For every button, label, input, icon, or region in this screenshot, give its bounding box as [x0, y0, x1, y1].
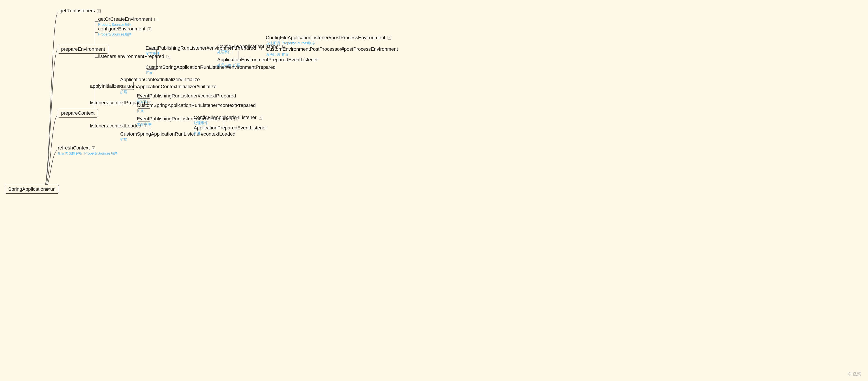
app-context-initializer-node: ApplicationContextInitializer#initialize: [120, 77, 200, 83]
doc-icon: ≡: [97, 9, 101, 13]
custom-spring-ctx-prepared-label: CustomSpringApplicationRunListener#conte…: [137, 102, 256, 108]
custom-env-post-processor-tags: 方法回调 扩展: [266, 53, 289, 57]
config-file-ctx-loaded-tags: 处理事件: [194, 121, 208, 125]
tag-extend-3: 扩展: [282, 53, 289, 57]
tag-propertysources-4: PropertySources顺序: [84, 151, 118, 156]
get-run-listeners-node: getRunListeners ≡: [60, 8, 101, 14]
tag-extend-7: 扩展: [194, 131, 201, 136]
tag-config-parse: 配置类属性解析: [58, 151, 83, 156]
app-env-prepared-listener-label: ApplicationEnvironmentPreparedEventListe…: [217, 57, 318, 63]
config-file-post-process-node: ConfigFileApplicationListener#postProces…: [266, 35, 391, 45]
configure-env-label: configureEnvironment ≡: [98, 26, 151, 32]
get-or-create-env-node: getOrCreateEnvironment ≡ PropertySources…: [98, 16, 158, 27]
doc-icon-2: ≡: [154, 18, 158, 21]
app-env-prepared-listener-node: ApplicationEnvironmentPreparedEventListe…: [217, 57, 318, 68]
prepare-environment-node: prepareEnvironment: [58, 45, 108, 54]
config-file-post-process-label: ConfigFileApplicationListener#postProces…: [266, 35, 391, 40]
refresh-context-label: refreshContext ≡: [58, 145, 95, 151]
tag-extend-5: 扩展: [137, 109, 144, 113]
root-node: SpringApplication#run: [5, 185, 59, 194]
tag-extend: 扩展: [146, 70, 153, 75]
prepare-context-box: prepareContext: [58, 109, 98, 118]
tag-extend-6: 扩展: [120, 137, 127, 142]
configure-env-node: configureEnvironment ≡ PropertySources顺序: [98, 26, 151, 37]
app-prepared-listener-label: ApplicationPreparedEventListener: [194, 125, 267, 131]
event-publishing-env-tags: 发布事件: [146, 52, 160, 56]
configure-env-tags: PropertySources顺序: [98, 32, 131, 37]
get-run-listeners-label: getRunListeners ≡: [60, 8, 101, 14]
app-env-prepared-listener-tags: 处理事件 扩展: [217, 63, 240, 68]
mind-map-canvas: SpringApplication#run getRunListeners ≡ …: [0, 0, 868, 381]
custom-spring-ctx-prepared-node: CustomSpringApplicationRunListener#conte…: [137, 102, 256, 113]
config-file-post-process-tags: 方法回调 PropertySources顺序: [266, 41, 315, 45]
doc-icon-12: ≡: [259, 116, 262, 120]
tag-handle-event: 处理事件: [217, 50, 231, 55]
app-context-initializer-label: ApplicationContextInitializer#initialize: [120, 77, 200, 83]
doc-icon-7: ≡: [388, 36, 391, 40]
custom-app-context-initializer-label: CustomApplicationContextInitializer#init…: [120, 84, 217, 90]
custom-app-context-initializer-tags: 扩展: [120, 90, 127, 95]
tag-handle-extend: 处理事件: [217, 63, 231, 68]
tag-extend-2: 扩展: [233, 63, 240, 68]
custom-env-post-processor-node: CustomEnvironmentPostProcessor#postProce…: [266, 46, 398, 57]
custom-spring-ctx-loaded-tags: 扩展: [120, 137, 127, 142]
watermark: © 亿湾: [848, 371, 861, 377]
prepare-context-node: prepareContext: [58, 109, 98, 118]
tag-propertysources-3: PropertySources顺序: [282, 41, 315, 45]
custom-spring-ctx-prepared-tags: 扩展: [137, 109, 144, 113]
doc-icon-3: ≡: [148, 27, 151, 31]
root-box: SpringApplication#run: [5, 185, 59, 194]
get-or-create-env-label: getOrCreateEnvironment ≡: [98, 16, 158, 22]
doc-icon-13: ≡: [92, 147, 95, 150]
config-file-listener-env-tags: 处理事件: [217, 50, 231, 55]
tag-publish-event-2: 发布事件: [137, 122, 151, 127]
refresh-context-tags: 配置类属性解析 PropertySources顺序: [58, 151, 118, 156]
tag-publish-event: 发布事件: [146, 52, 160, 56]
refresh-context-node: refreshContext ≡ 配置类属性解析 PropertySources…: [58, 145, 118, 156]
prepare-environment-box: prepareEnvironment: [58, 45, 108, 54]
root-label: SpringApplication#run: [8, 186, 56, 192]
custom-env-post-processor-label: CustomEnvironmentPostProcessor#postProce…: [266, 46, 398, 52]
tag-method-callback-2: 方法回调: [266, 53, 280, 57]
config-file-ctx-loaded-node: ConfigFileApplicationListener ≡ 处理事件: [194, 115, 262, 125]
app-prepared-listener-node: ApplicationPreparedEventListener 扩展: [194, 125, 267, 136]
tag-method-callback: 方法回调: [266, 41, 280, 45]
tag-extend-4: 扩展: [120, 90, 127, 95]
event-publishing-ctx-prepared-node: EventPublishingRunListener#contextPrepar…: [137, 93, 236, 104]
event-publishing-ctx-prepared-label: EventPublishingRunListener#contextPrepar…: [137, 93, 236, 99]
config-file-ctx-loaded-label: ConfigFileApplicationListener ≡: [194, 115, 262, 120]
app-prepared-listener-tags: 扩展: [194, 131, 201, 136]
event-publishing-ctx-loaded-tags: 发布事件: [137, 122, 151, 127]
tag-handle-event-2: 处理事件: [194, 121, 208, 125]
custom-spring-env-tags: 扩展: [146, 70, 153, 75]
tag-propertysources-2: PropertySources顺序: [98, 32, 131, 37]
